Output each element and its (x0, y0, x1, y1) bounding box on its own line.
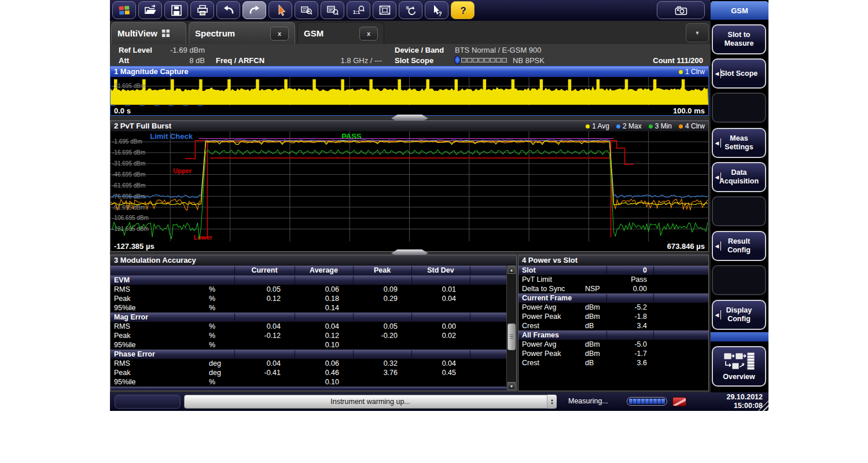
row-name: Peak (114, 294, 131, 303)
status-message-spinner[interactable]: ▲▼ (547, 395, 557, 409)
scrollbar-thumb[interactable] (507, 324, 516, 350)
splitter-1[interactable] (110, 116, 709, 120)
window2-titlebar[interactable]: 2 PvT Full Burst 1 Avg2 Max3 Min4 Clrw (111, 121, 708, 131)
pvt-burst-chart: -1.695 dBm-16.695 dBm-31.695 dBm-46.695 … (111, 131, 708, 242)
cell-value: 0.00 (606, 284, 647, 293)
sidebar-button-empty[interactable] (712, 265, 766, 295)
sidebar-button-empty[interactable] (712, 93, 766, 123)
softkey-sidebar: GSM Slot to Measure◀Slot Scope◀Meas Sett… (711, 0, 768, 392)
sidebar-button-slot-to-measure[interactable]: Slot to Measure (712, 24, 766, 54)
row-name: PvT Limit (522, 275, 552, 284)
slot-scope-slider[interactable] (454, 56, 507, 64)
screenshot-camera-button[interactable] (657, 1, 705, 19)
toolbar-button-save[interactable] (164, 1, 188, 19)
context-help-icon: ? (430, 3, 444, 17)
slot-scope-segment (467, 58, 472, 63)
svg-text:Lower: Lower (193, 234, 212, 241)
row-name: Power Avg (522, 340, 557, 349)
sidebar-button-overview[interactable]: Overview (712, 346, 766, 387)
zoom-window-icon (326, 3, 340, 17)
sidebar-button-meas-settings[interactable]: ◀Meas Settings (712, 128, 766, 158)
window4-titlebar[interactable]: 4 Power vs Slot (518, 255, 708, 266)
sidebar-button-empty[interactable] (712, 196, 766, 226)
status-left-button[interactable] (115, 395, 181, 409)
scroll-down-icon[interactable]: ▼ (507, 382, 516, 390)
section-name: EVM (114, 275, 130, 285)
legend-item: 4 Clrw (679, 121, 705, 131)
cell-value: 0.12 (295, 331, 339, 340)
tab-close-button[interactable]: x (270, 27, 289, 41)
tab-list-dropdown-button[interactable]: ▼ (686, 23, 709, 42)
tab-multiview[interactable]: MultiView (111, 22, 186, 44)
svg-text:-1.695 dBm: -1.695 dBm (112, 139, 142, 145)
toolbar-button-undo[interactable] (216, 1, 240, 19)
window3-titlebar[interactable]: 3 Modulation Accuracy (111, 255, 516, 266)
print-icon (196, 3, 209, 17)
table-row: 95%ile%0.14 (111, 303, 516, 313)
cell-value: 0.32 (353, 359, 398, 368)
progress-segment (637, 399, 641, 404)
statusbar: Instrument warming up... ▲▼ Measuring...… (110, 392, 768, 411)
row-unit: NSP (585, 284, 600, 293)
softkey-label: Slot to Measure (724, 31, 754, 48)
svg-text:-61.695 dBm: -61.695 dBm (112, 182, 145, 189)
att-value: 8 dB (163, 56, 205, 65)
tab-spectrum[interactable]: Spectrumx (189, 22, 295, 44)
toolbar-button-open-file[interactable] (138, 1, 162, 19)
x-end-label: 673.846 µs (667, 242, 705, 251)
table-row: Power AvgdBm-5.2 (518, 303, 708, 312)
cell-value: -0.41 (234, 368, 281, 377)
sidebar-button-display-config[interactable]: ◀Display Config (712, 300, 766, 330)
status-message: Instrument warming up... (184, 395, 557, 409)
window1-titlebar[interactable]: 1 Magnitude Capture 1 Clrw (111, 67, 708, 77)
window3-title: 3 Modulation Accuracy (114, 256, 196, 264)
tab-close-button[interactable]: x (359, 27, 378, 41)
row-name: Peak (114, 331, 131, 340)
cell-value: 0.06 (295, 285, 339, 294)
scroll-up-icon[interactable]: ▲ (507, 266, 516, 274)
svg-text:PASS: PASS (341, 132, 362, 141)
toolbar-button-zoom-1to1[interactable]: 1:1 (347, 1, 370, 19)
toolbar-button-zoom-area[interactable] (295, 1, 318, 19)
table-section-row: EVM (111, 275, 516, 285)
cell-value: 0.09 (353, 285, 398, 294)
progress-segment (645, 399, 649, 404)
trace-dot-icon (679, 124, 683, 128)
toolbar-button-help[interactable]: ? (451, 1, 475, 19)
toolbar-button-windows-logo[interactable] (112, 1, 136, 19)
sync-icon: S (404, 3, 418, 17)
sidebar-button-result-config[interactable]: ◀Result Config (712, 231, 766, 261)
att-label: Att (119, 56, 129, 65)
cell-value: -5.0 (606, 340, 647, 349)
toolbar-button-context-help[interactable]: ? (425, 1, 448, 19)
cell-value: 0.04 (295, 322, 339, 331)
window2-title: 2 PvT Full Burst (114, 122, 171, 130)
cell-value: 0.01 (411, 285, 456, 294)
table-row: Delta to SyncNSP0.00 (518, 284, 708, 293)
toolbar: 1:1S?? (110, 0, 711, 21)
freq-arfcn-value: 1.8 GHz / --- (307, 56, 382, 65)
toolbar-button-display[interactable] (373, 1, 396, 19)
toolbar-button-sync[interactable]: S (399, 1, 422, 19)
slot-scope-segment (490, 58, 495, 63)
toolbar-button-print[interactable] (190, 1, 214, 19)
cell-value: 0.04 (411, 294, 456, 303)
row-name: Delta to Sync (522, 284, 565, 293)
row-name: RMS (114, 322, 130, 331)
slot-scope-slider-knob[interactable] (454, 56, 461, 64)
toolbar-button-zoom-window[interactable] (321, 1, 344, 19)
undo-icon (222, 3, 236, 17)
sidebar-button-data-acquisition[interactable]: ◀Data Acquisition (712, 162, 766, 192)
toolbar-button-select-pointer[interactable] (269, 1, 292, 19)
tab-gsm[interactable]: GSMx (297, 22, 384, 44)
progress-segment (657, 399, 661, 404)
tab-label: Spectrum (195, 28, 235, 38)
table-scrollbar[interactable]: ▲ ▼ (506, 266, 516, 390)
table-section-row: Current Frame (518, 293, 708, 303)
toolbar-button-redo[interactable] (242, 1, 266, 19)
windows-logo-icon (117, 3, 131, 17)
svg-text:?: ? (460, 5, 466, 16)
close-icon: x (367, 30, 370, 37)
cell-value: 0.00 (411, 322, 456, 331)
sidebar-button-slot-scope[interactable]: ◀Slot Scope (712, 58, 766, 89)
